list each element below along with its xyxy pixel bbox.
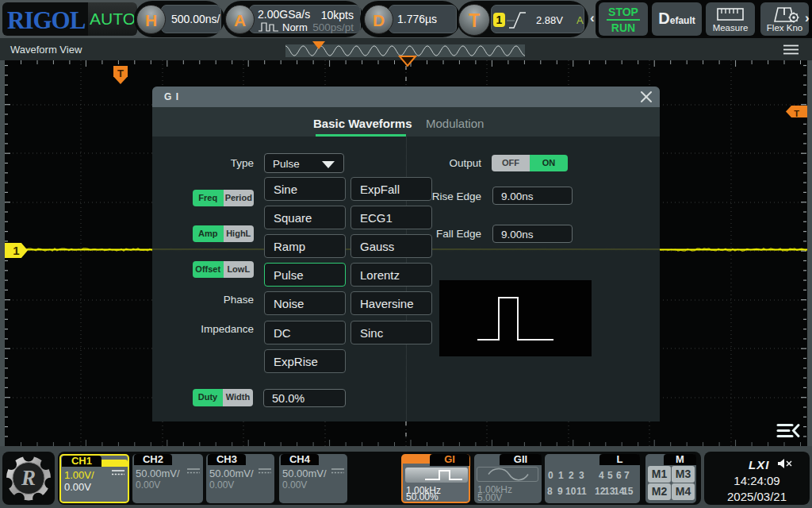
svg-text:R: R	[21, 466, 36, 490]
